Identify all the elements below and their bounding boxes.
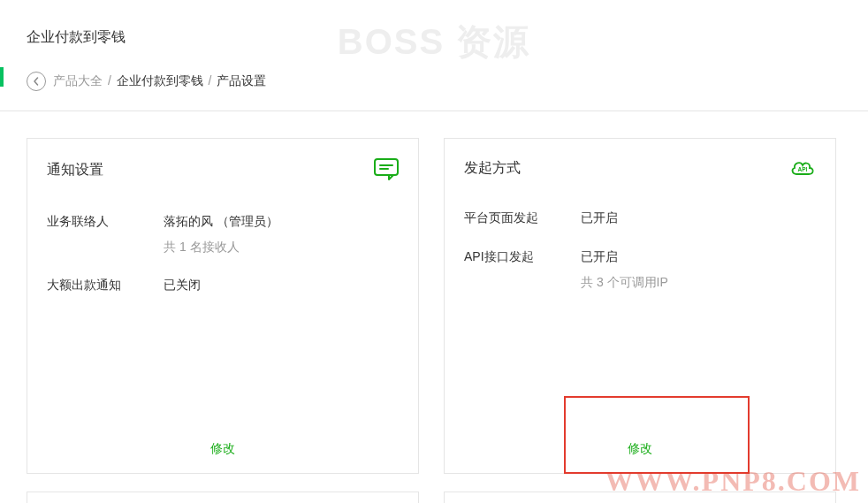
card-notify-title: 通知设置: [47, 161, 103, 179]
breadcrumb-current: 产品设置: [217, 73, 266, 88]
notify-contact-value: 落拓的风 （管理员）: [164, 211, 278, 231]
initiate-api-label: API接口发起: [464, 247, 581, 266]
content-area: 通知设置 业务联络人 落拓的风 （管理员） 共 1 名接收人 大额出款通知 已关…: [0, 111, 868, 500]
breadcrumb-sep: /: [108, 73, 111, 88]
page-title: 企业付款到零钱: [27, 28, 841, 47]
notify-large-label: 大额出款通知: [47, 275, 164, 294]
message-icon: [374, 158, 399, 181]
back-icon[interactable]: [27, 72, 46, 91]
card-stub-row: [27, 492, 841, 503]
initiate-modify-link[interactable]: 修改: [628, 441, 652, 455]
card-stub: [27, 492, 419, 503]
page-header: BOSS 资源 企业付款到零钱 产品大全 / 企业付款到零钱 / 产品设置: [0, 0, 868, 111]
initiate-api-sub: 共 3 个可调用IP: [581, 275, 816, 291]
notify-contact-sub: 共 1 名接收人: [164, 240, 399, 255]
initiate-api-value: 已开启: [581, 247, 618, 266]
svg-rect-0: [375, 159, 398, 175]
breadcrumb-mid[interactable]: 企业付款到零钱: [117, 73, 203, 88]
breadcrumb-sep: /: [209, 73, 212, 88]
notify-contact-label: 业务联络人: [47, 211, 164, 231]
breadcrumb: 产品大全 / 企业付款到零钱 / 产品设置: [27, 72, 841, 91]
notify-large-value: 已关闭: [164, 275, 201, 294]
initiate-platform-label: 平台页面发起: [464, 208, 581, 227]
card-initiate-title: 发起方式: [464, 159, 521, 178]
card-stub: [444, 492, 836, 503]
svg-text:API: API: [798, 166, 808, 172]
card-initiate: 发起方式 API 平台页面发起 已开启 API接口发起 已开启 共 3 个可调用…: [444, 138, 836, 474]
api-cloud-icon: API: [789, 158, 816, 178]
notify-modify-link[interactable]: 修改: [210, 441, 235, 455]
initiate-platform-value: 已开启: [581, 208, 618, 227]
breadcrumb-root[interactable]: 产品大全: [53, 73, 103, 88]
card-notify: 通知设置 业务联络人 落拓的风 （管理员） 共 1 名接收人 大额出款通知 已关…: [27, 138, 419, 474]
